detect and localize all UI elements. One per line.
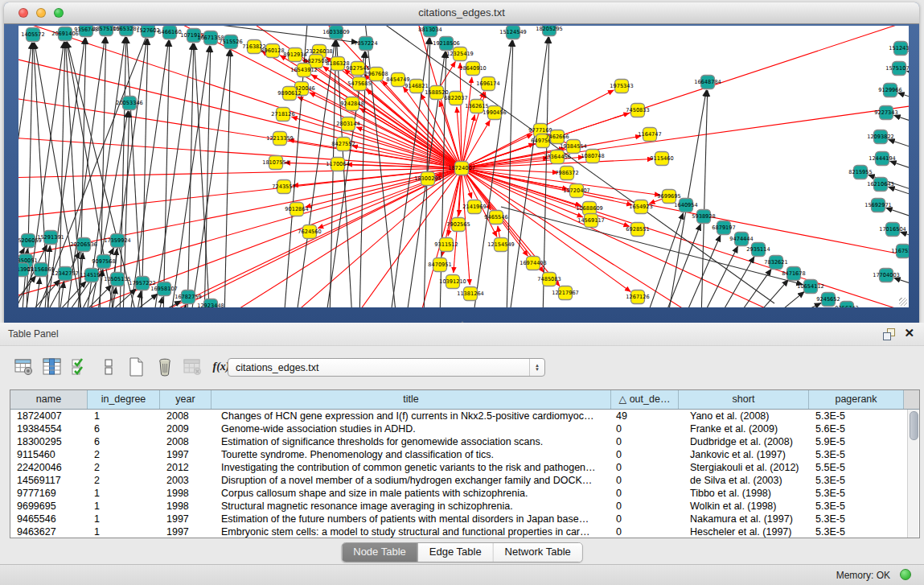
network-node[interactable]: 7450833 (626, 104, 649, 117)
network-node[interactable]: 15692971 (864, 199, 892, 212)
network-node[interactable]: 23364456 (544, 150, 571, 164)
float-window-icon[interactable] (882, 328, 895, 340)
network-node[interactable]: 14569117 (577, 214, 605, 228)
table-row[interactable]: 1872400712008Changes of HCN gene express… (10, 410, 919, 422)
network-node[interactable]: 12444194 (869, 152, 896, 166)
column-header-year[interactable]: year (160, 390, 211, 409)
window-titlebar[interactable]: citations_edges.txt (4, 2, 919, 24)
network-node[interactable]: 18107554 (262, 156, 290, 170)
table-selector-dropdown[interactable]: citations_edges.txt ▲▼ (228, 358, 545, 377)
column-header-in_degree[interactable]: in_degree (88, 390, 160, 409)
network-node[interactable]: 15124549 (499, 26, 527, 39)
network-node[interactable]: 7986372 (555, 167, 578, 180)
network-node[interactable]: 1405572 (21, 28, 44, 42)
network-node[interactable]: 16033809 (322, 26, 350, 39)
network-node[interactable]: 1267126 (626, 290, 649, 304)
scrollbar-thumb[interactable] (910, 411, 918, 440)
network-node[interactable]: 12342757 (51, 267, 79, 281)
canvas-resize-grip[interactable] (899, 298, 907, 306)
delete-column-icon[interactable] (154, 356, 176, 378)
network-node[interactable]: 15720407 (563, 184, 590, 198)
new-column-icon[interactable] (125, 356, 148, 378)
network-node[interactable]: 13505135 (104, 273, 131, 286)
network-node[interactable]: 7624560 (298, 225, 321, 239)
network-graph[interactable]: 1872400771638228960128891293423226038982… (18, 26, 909, 307)
column-header-name[interactable]: name (10, 390, 88, 409)
table-row[interactable]: 1938455462009Genome-wide association stu… (10, 422, 919, 435)
table-mode-icon[interactable] (13, 356, 35, 378)
network-node[interactable]: 11381264 (457, 287, 484, 301)
tab-node-table[interactable]: Node Table (342, 543, 418, 562)
tab-network-table[interactable]: Network Table (494, 543, 582, 562)
network-node[interactable]: 5938928 (692, 210, 715, 224)
column-header-out_degree[interactable]: △ out_de… (611, 390, 679, 409)
column-header-title[interactable]: title (211, 390, 611, 409)
network-node[interactable]: 15751074 (885, 62, 909, 76)
network-node[interactable]: 1167533 (891, 245, 909, 258)
network-node[interactable]: 12154549 (487, 238, 515, 252)
network-node[interactable]: 17359924 (104, 234, 131, 248)
network-node[interactable]: 9699695 (657, 190, 680, 204)
network-node[interactable]: 10654112 (797, 280, 824, 294)
network-view-window[interactable]: citations_edges.txt 18724007716382289601… (4, 2, 919, 323)
close-icon[interactable]: ✕ (904, 326, 914, 340)
network-node[interactable]: 6466160 (158, 26, 181, 39)
table-row[interactable]: 911546021997Tourette syndrome. Phenomeno… (10, 448, 919, 461)
clear-selection-icon[interactable] (97, 356, 120, 378)
network-node[interactable]: 16210643 (867, 178, 894, 192)
network-node[interactable]: 1512431 (889, 42, 909, 56)
network-node[interactable]: 9311512 (434, 238, 458, 252)
memory-status-indicator[interactable] (900, 569, 911, 580)
network-node[interactable]: 18640910 (459, 62, 487, 76)
delete-table-icon[interactable] (182, 356, 204, 378)
network-node[interactable]: 1145193 (80, 269, 103, 282)
network-node[interactable]: 12093822 (867, 130, 894, 144)
select-all-icon[interactable] (69, 356, 92, 378)
network-node[interactable]: 6879197 (712, 221, 735, 235)
network-node[interactable]: 10391210 (439, 275, 466, 289)
network-node[interactable]: 9012864 (285, 203, 308, 216)
network-node[interactable]: 17704003 (873, 269, 900, 282)
network-node[interactable]: 1640954 (674, 199, 697, 212)
table-row[interactable]: 1456911722003Disruption of a novel membe… (10, 474, 919, 487)
network-node[interactable]: 12213359 (266, 132, 294, 146)
network-node[interactable]: 1527602 (136, 26, 159, 38)
network-node[interactable]: 9245652 (816, 293, 840, 307)
network-node[interactable]: 16648784 (694, 76, 721, 89)
network-node[interactable]: 9115460 (650, 152, 673, 166)
network-node[interactable]: 1164747 (638, 128, 661, 142)
network-node[interactable]: 7857224 (354, 37, 377, 51)
network-node[interactable]: 2803144 (336, 117, 359, 131)
network-node[interactable]: 8470951 (428, 258, 451, 272)
column-header-short[interactable]: short (679, 390, 809, 409)
network-node[interactable]: 1975343 (610, 80, 633, 93)
network-node[interactable]: 2718126 (271, 108, 294, 122)
table-row[interactable]: 977716911998Corpus callosum shape and si… (10, 487, 919, 500)
network-node[interactable]: 18205295 (536, 26, 563, 36)
network-node[interactable]: 2935114 (746, 243, 770, 257)
network-node[interactable]: 7243557 (272, 180, 295, 194)
table-row[interactable]: 946362711997Embryonic stem cells: a mode… (10, 525, 919, 538)
cell-in_degree: 1 (88, 513, 160, 525)
tab-edge-table[interactable]: Edge Table (418, 543, 494, 562)
network-node[interactable]: 8215955 (848, 166, 872, 179)
table-row[interactable]: 2242004622012Investigating the contribut… (10, 461, 919, 474)
table-row[interactable]: 946554611997Estimation of the future num… (10, 513, 919, 525)
cell-out_degree: 0 (611, 513, 679, 525)
network-node[interactable]: 9474444 (729, 233, 753, 246)
table-row[interactable]: 969969511998Structural magnetic resonanc… (10, 500, 919, 513)
network-node[interactable]: 20206536 (70, 238, 97, 252)
network-node[interactable]: 9097568 (92, 255, 115, 269)
network-node[interactable]: 6928551 (626, 223, 649, 237)
network-node[interactable]: 2141969 (462, 200, 486, 214)
table-row[interactable]: 1830029562008Estimation of significance … (10, 435, 919, 448)
network-node[interactable]: 9129966 (878, 84, 901, 97)
network-node[interactable]: 17016504 (879, 223, 906, 237)
network-node[interactable]: 12217967 (552, 286, 579, 300)
column-header-pagerank[interactable]: pagerank (809, 390, 904, 409)
network-canvas[interactable]: 1872400771638228960128891293423226038982… (18, 26, 909, 307)
network-node[interactable]: 16974493 (519, 257, 547, 270)
show-columns-icon[interactable] (41, 356, 64, 378)
vertical-scrollbar[interactable] (907, 410, 918, 538)
network-node[interactable]: 1696174 (476, 77, 499, 91)
